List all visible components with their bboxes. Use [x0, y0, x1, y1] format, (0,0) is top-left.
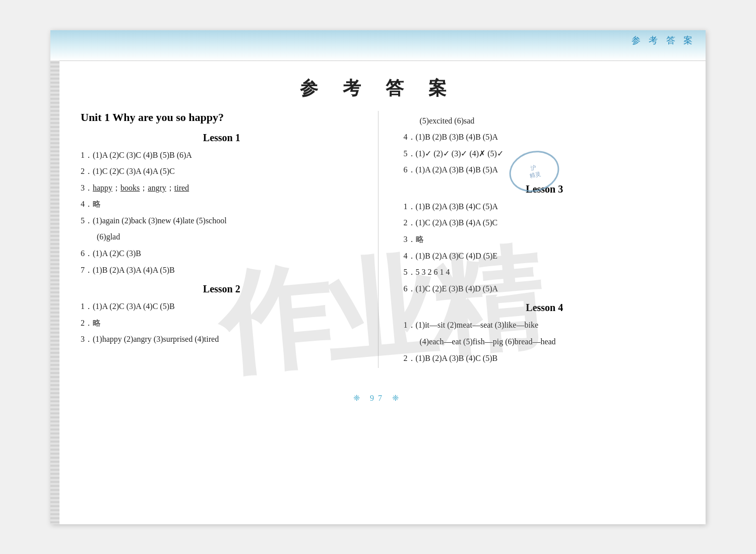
lesson3-answer-5: 5．5 3 2 6 1 4 — [404, 266, 686, 279]
lesson1-answer-4: 4．略 — [81, 198, 363, 211]
stamp-line2: 精灵 — [529, 170, 541, 180]
lesson3-answer-3: 3．略 — [404, 233, 686, 246]
lesson1-answer-1: 1．(1)A (2)C (3)C (4)B (5)B (6)A — [81, 149, 363, 162]
lesson1-answer-2: 2．(1)C (2)C (3)A (4)A (5)C — [81, 165, 363, 178]
lesson3-answer-4: 4．(1)B (2)A (3)C (4)D (5)E — [404, 250, 686, 263]
lesson3-answer-2: 2．(1)C (2)A (3)B (4)A (5)C — [404, 216, 686, 229]
page-num-decor-left: ❈ — [353, 394, 370, 402]
left-column: Unit 1 Why are you so happy? Lesson 1 1．… — [66, 111, 363, 368]
lesson2-answer-2: 2．略 — [81, 317, 363, 330]
lesson1-answer-5: 5．(1)again (2)back (3)new (4)late (5)sch… — [81, 214, 363, 227]
answer-happy: happy — [93, 183, 112, 192]
page-num-value: 97 — [370, 394, 386, 402]
answer-angry: angry — [148, 183, 166, 192]
lesson4-answer-3: 2．(1)B (2)A (3)B (4)C (5)B — [404, 352, 686, 365]
lesson1-answer-8: 7．(1)B (2)A (3)A (4)A (5)B — [81, 264, 363, 277]
lesson1-answer-6: (6)glad — [81, 230, 363, 243]
top-bar: 参 考 答 案 — [50, 30, 706, 60]
lesson4-title: Lesson 4 — [404, 302, 686, 314]
page-title: 参 考 答 案 — [50, 61, 706, 111]
page-number: ❈ 97 ❈ — [50, 388, 706, 413]
torn-edge — [50, 60, 59, 524]
lesson2-answer-1: 1．(1)A (2)C (3)A (4)C (5)B — [81, 300, 363, 313]
content-area: Unit 1 Why are you so happy? Lesson 1 1．… — [50, 111, 706, 389]
lesson2-answer-cont2: 4．(1)B (2)B (3)B (4)B (5)A — [404, 131, 686, 144]
lesson3-answer-1: 1．(1)B (2)A (3)B (4)C (5)A — [404, 200, 686, 213]
right-column: (5)excited (6)sad 4．(1)B (2)B (3)B (4)B … — [394, 111, 686, 368]
top-ref-label: 参 考 答 案 — [632, 34, 696, 46]
lesson4-answer-1: 1．(1)it—sit (2)meat—seat (3)like—bike — [404, 319, 686, 332]
lesson2-answer-3: 3．(1)happy (2)angry (3)surprised (4)tire… — [81, 333, 363, 346]
lesson2-answer-cont1: (5)excited (6)sad — [404, 114, 686, 128]
unit-title: Unit 1 Why are you so happy? — [81, 111, 363, 124]
lesson1-answer-3: 3．happy；books；angry；tired — [81, 181, 363, 195]
answer-tired: tired — [174, 183, 189, 192]
lesson4-answer-2: (4)each—eat (5)fish—pig (6)bread—head — [404, 335, 686, 348]
page: 参 考 答 案 参 考 答 案 作业精 沪 精灵 Unit 1 Why are … — [50, 30, 706, 524]
page-num-decor-right: ❈ — [392, 394, 403, 402]
lesson1-title: Lesson 1 — [81, 132, 363, 144]
lesson3-answer-6: 6．(1)C (2)E (3)B (4)D (5)A — [404, 282, 686, 295]
lesson2-title: Lesson 2 — [81, 283, 363, 295]
column-divider — [378, 111, 379, 368]
answer-num: 3． — [81, 183, 93, 192]
answer-books: books — [120, 183, 140, 192]
lesson1-answer-7: 6．(1)A (2)C (3)B — [81, 247, 363, 260]
